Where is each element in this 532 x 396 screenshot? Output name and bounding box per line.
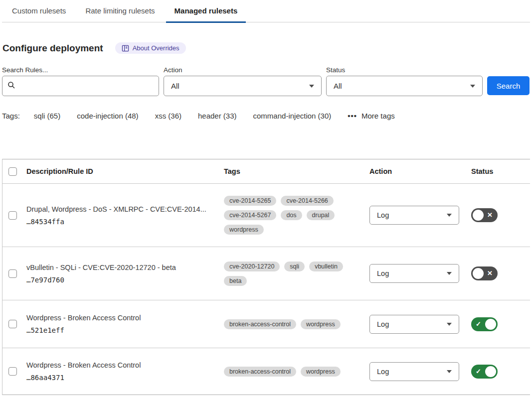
- chevron-down-icon: [447, 272, 452, 275]
- tags-bar-label: Tags:: [2, 112, 20, 120]
- chevron-down-icon: [309, 85, 314, 88]
- tag-chip: beta: [224, 276, 247, 286]
- chevron-down-icon: [447, 214, 452, 217]
- toggle-knob: [473, 268, 484, 279]
- table-row: Drupal, Wordpress - DoS - XMLRPC - CVE:C…: [2, 184, 530, 247]
- toggle-state-icon: ✓: [476, 317, 481, 331]
- tag-filter-link[interactable]: xss (36): [155, 112, 181, 120]
- row-checkbox[interactable]: [8, 367, 17, 376]
- status-filter-value: All: [334, 82, 342, 90]
- rule-id: …86aa4371: [26, 374, 224, 382]
- col-description: Description/Rule ID: [26, 167, 224, 175]
- row-checkbox[interactable]: [8, 320, 17, 328]
- table-body: Drupal, Wordpress - DoS - XMLRPC - CVE:C…: [2, 184, 530, 395]
- toggle-knob: [473, 210, 484, 221]
- action-filter-label: Action: [164, 66, 322, 74]
- tag-chip: wordpress: [301, 367, 341, 377]
- rule-tags: cve-2014-5265cve-2014-5266cve-2014-5267d…: [224, 196, 369, 235]
- rule-status-toggle[interactable]: ✓: [471, 365, 498, 379]
- row-checkbox[interactable]: [8, 269, 17, 278]
- rule-id: …84534ffa: [26, 218, 224, 226]
- more-tags-label: More tags: [361, 112, 395, 120]
- rule-status-toggle[interactable]: ✕: [471, 208, 498, 222]
- rule-description: Wordpress - Broken Access Control: [26, 314, 224, 322]
- rule-action-value: Log: [377, 320, 389, 328]
- managed-rulesets-page: Custom rulesets Rate limiting rulesets M…: [0, 0, 532, 395]
- tag-chip: broken-access-control: [224, 319, 296, 329]
- tag-filter-link[interactable]: code-injection (48): [77, 112, 138, 120]
- page-title: Configure deployment: [2, 43, 103, 54]
- search-button[interactable]: Search: [487, 76, 530, 95]
- row-checkbox[interactable]: [8, 211, 17, 220]
- rule-tags: broken-access-controlwordpress: [224, 367, 369, 377]
- action-filter-value: All: [171, 82, 179, 90]
- search-rules-label: Search Rules...: [2, 66, 159, 74]
- col-tags: Tags: [224, 167, 369, 175]
- rule-status-toggle[interactable]: ✓: [471, 317, 498, 331]
- rule-status-toggle[interactable]: ✕: [471, 266, 498, 280]
- tag-chip: cve-2020-12720: [224, 262, 280, 271]
- rule-action-select[interactable]: Log: [369, 362, 459, 381]
- table-row: Wordpress - Broken Access Control …521e1…: [2, 300, 530, 348]
- toggle-state-icon: ✕: [487, 208, 493, 222]
- rule-tags: cve-2020-12720sqlivbulletinbeta: [224, 262, 369, 286]
- tag-links: sqli (65)code-injection (48)xss (36)head…: [34, 112, 348, 120]
- badge-label: About Overrides: [133, 44, 179, 52]
- tab-rate-limiting-rulesets[interactable]: Rate limiting rulesets: [77, 6, 163, 22]
- toggle-knob: [485, 319, 496, 330]
- search-rules-box: [2, 76, 159, 96]
- rule-action-value: Log: [377, 368, 389, 376]
- rule-id: …521e1eff: [26, 326, 224, 334]
- more-tags-button[interactable]: ••• More tags: [348, 112, 394, 120]
- search-rules-input[interactable]: [19, 82, 154, 90]
- tag-chip: wordpress: [301, 319, 341, 329]
- tag-chip: wordpress: [224, 225, 264, 235]
- rule-description: Drupal, Wordpress - DoS - XMLRPC - CVE:C…: [26, 205, 224, 213]
- rule-action-select[interactable]: Log: [369, 315, 459, 334]
- tag-chip: cve-2014-5265: [224, 196, 276, 206]
- rule-description: Wordpress - Broken Access Control: [26, 361, 224, 369]
- col-status: Status: [471, 167, 530, 175]
- ellipsis-icon: •••: [348, 112, 357, 120]
- chevron-down-icon: [447, 323, 452, 326]
- rules-table: Description/Rule ID Tags Action Status D…: [2, 159, 530, 395]
- rule-id: …7e97d760: [26, 276, 224, 284]
- tag-filter-link[interactable]: sqli (65): [34, 112, 60, 120]
- tag-chip: cve-2014-5267: [224, 210, 276, 220]
- tag-chip: sqli: [284, 262, 305, 271]
- book-icon: [122, 45, 129, 52]
- chevron-down-icon: [447, 370, 452, 373]
- tag-chip: vbulletin: [309, 262, 343, 271]
- rule-tags: broken-access-controlwordpress: [224, 319, 369, 329]
- toggle-state-icon: ✕: [487, 266, 493, 280]
- rule-action-select[interactable]: Log: [369, 206, 459, 225]
- table-header-row: Description/Rule ID Tags Action Status: [2, 159, 530, 184]
- col-action: Action: [369, 167, 471, 175]
- tag-filter-link[interactable]: command-injection (30): [253, 112, 332, 120]
- rule-description: vBulletin - SQLi - CVE:CVE-2020-12720 - …: [26, 264, 224, 271]
- tag-chip: dos: [281, 210, 302, 220]
- rule-action-value: Log: [377, 269, 389, 277]
- toggle-state-icon: ✓: [476, 365, 481, 379]
- ruleset-tabbar: Custom rulesets Rate limiting rulesets M…: [2, 0, 530, 22]
- toggle-knob: [485, 366, 496, 377]
- chevron-down-icon: [470, 85, 475, 88]
- search-icon: [7, 81, 15, 91]
- select-all-checkbox[interactable]: [8, 167, 17, 176]
- tab-custom-rulesets[interactable]: Custom rulesets: [3, 6, 74, 22]
- status-filter-label: Status: [326, 66, 483, 74]
- table-row: vBulletin - SQLi - CVE:CVE-2020-12720 - …: [2, 247, 530, 300]
- rule-action-value: Log: [377, 211, 389, 219]
- about-overrides-badge[interactable]: About Overrides: [115, 42, 186, 54]
- action-filter-select[interactable]: All: [164, 76, 322, 96]
- tag-filter-link[interactable]: header (33): [198, 112, 237, 120]
- tags-bar: Tags: sqli (65)code-injection (48)xss (3…: [2, 112, 530, 120]
- tag-chip: broken-access-control: [224, 367, 296, 377]
- tag-chip: cve-2014-5266: [281, 196, 333, 206]
- tag-chip: drupal: [307, 210, 335, 220]
- rule-action-select[interactable]: Log: [369, 264, 459, 283]
- tab-managed-rulesets[interactable]: Managed rulesets: [166, 6, 246, 22]
- table-row: Wordpress - Broken Access Control …86aa4…: [2, 348, 530, 395]
- status-filter-select[interactable]: All: [326, 76, 483, 96]
